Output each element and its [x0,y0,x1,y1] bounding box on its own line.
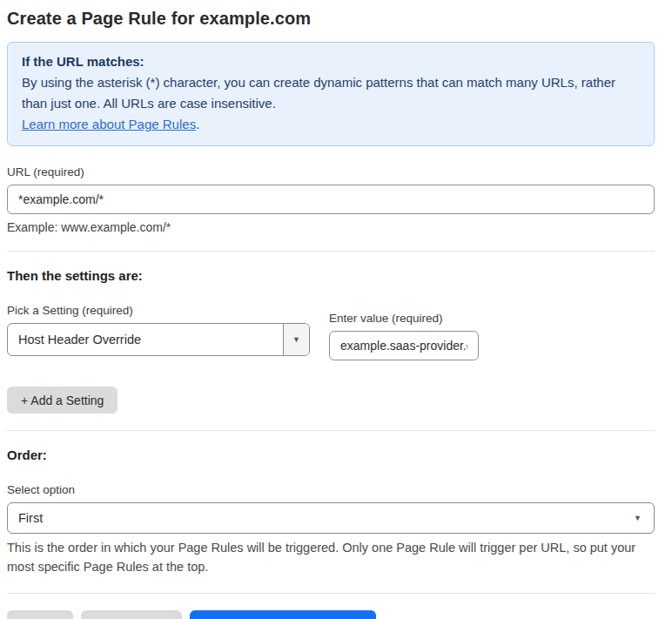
setting-select-arrow-box[interactable]: ▼ [283,324,309,355]
info-box-heading: If the URL matches: [22,51,640,72]
cancel-button[interactable]: Cancel [7,610,73,619]
setting-value-label: Enter value (required) [329,312,479,325]
setting-select-value: Host Header Override [8,324,283,355]
divider [7,430,655,431]
order-helper-text: This is the order in which your Page Rul… [7,538,655,576]
link-suffix-period: . [196,117,199,131]
divider [7,251,655,252]
order-select[interactable]: First ▼ [7,502,655,534]
setting-picker-label: Pick a Setting (required) [7,304,310,317]
setting-picker-group: Pick a Setting (required) Host Header Ov… [7,304,310,356]
order-section-heading: Order: [7,447,655,462]
page-rule-form: Create a Page Rule for example.com If th… [0,0,667,619]
url-field-group: URL (required) Example: www.example.com/… [7,165,655,234]
url-input[interactable] [7,185,655,214]
order-field-group: Select option First ▼ This is the order … [7,483,655,576]
info-box-body: By using the asterisk (*) character, you… [22,72,640,114]
chevron-down-icon: ▼ [292,336,300,344]
save-and-deploy-button[interactable]: Save and Deploy Page Rule [190,610,376,619]
add-setting-button[interactable]: + Add a Setting [7,387,118,414]
setting-row: Pick a Setting (required) Host Header Ov… [7,304,655,360]
save-as-draft-button[interactable]: Save as Draft [81,610,183,619]
setting-value-input[interactable] [329,331,479,360]
order-select-label: Select option [7,483,655,496]
order-select-value: First [18,511,43,525]
learn-more-link[interactable]: Learn more about Page Rules [22,117,196,131]
setting-value-group: Enter value (required) [329,312,479,360]
form-actions: Cancel Save as Draft Save and Deploy Pag… [7,610,655,619]
url-match-info-box: If the URL matches: By using the asteris… [7,42,655,146]
chevron-down-icon: ▼ [634,515,642,522]
info-box-link-line: Learn more about Page Rules. [22,114,640,135]
setting-select[interactable]: Host Header Override ▼ [7,323,310,356]
page-title: Create a Page Rule for example.com [7,9,655,29]
url-field-label: URL (required) [7,165,655,178]
divider [7,593,655,594]
settings-section-heading: Then the settings are: [7,268,655,283]
url-example-helper: Example: www.example.com/* [7,220,655,234]
